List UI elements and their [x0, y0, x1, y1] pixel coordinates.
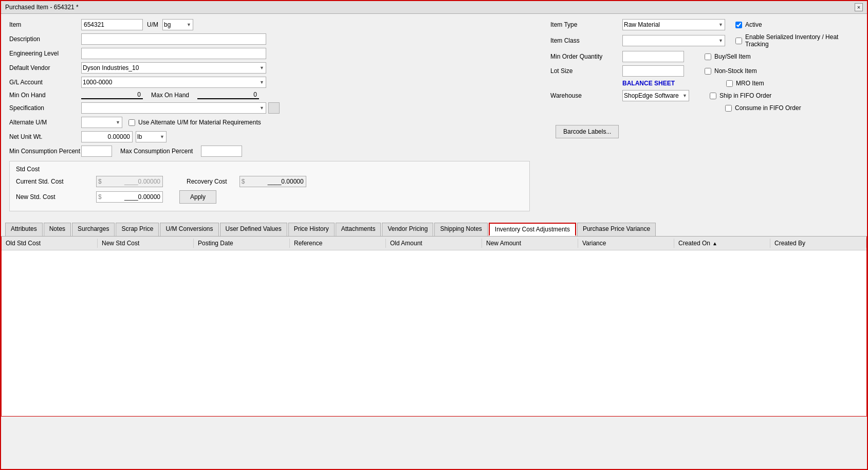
consume-fifo-checkbox[interactable] — [725, 105, 732, 112]
item-class-select-wrapper — [622, 35, 725, 46]
tab-inventory-cost[interactable]: Inventory Cost Adjustments — [489, 223, 576, 236]
balance-sheet-row: BALANCE SHEET MRO Item — [550, 80, 859, 87]
um-select[interactable]: bg — [162, 19, 193, 30]
current-std-cost-input[interactable] — [96, 176, 163, 187]
balance-sheet-label: BALANCE SHEET — [622, 80, 675, 87]
title-bar: Purchased Item - 654321 * × — [1, 1, 867, 14]
min-on-hand-label: Min On Hand — [9, 92, 81, 99]
tab-user-defined[interactable]: User Defined Values — [220, 223, 287, 236]
gl-select[interactable]: 1000-0000 — [81, 77, 266, 88]
engineering-row: Engineering Level — [9, 48, 530, 59]
recovery-cost-wrapper: $ — [239, 176, 306, 187]
recovery-cost-input[interactable] — [239, 176, 306, 187]
enable-serialized-checkbox[interactable] — [735, 38, 742, 44]
tab-content-area: Old Std Cost New Std Cost Posting Date R… — [1, 237, 867, 417]
tab-notes[interactable]: Notes — [44, 223, 71, 236]
spec-select-wrapper — [81, 102, 266, 114]
min-max-row: Min On Hand Max On Hand — [9, 91, 530, 99]
spec-select[interactable] — [81, 102, 266, 114]
non-stock-label: Non-Stock Item — [705, 67, 757, 75]
tab-attachments[interactable]: Attachments — [336, 223, 381, 236]
tab-vendor-pricing[interactable]: Vendor Pricing — [382, 223, 433, 236]
spec-row: Specification — [9, 102, 530, 114]
tab-shipping-notes[interactable]: Shipping Notes — [434, 223, 487, 236]
left-column: Item U/M bg Description Engine — [9, 19, 530, 215]
vendor-label: Default Vendor — [9, 64, 81, 71]
vendor-select-wrapper: Dyson Industries_10 — [81, 62, 266, 74]
th-posting-date: Posting Date — [194, 239, 290, 248]
warehouse-label: Warehouse — [550, 92, 622, 99]
sort-icon: ▲ — [712, 241, 717, 246]
gl-select-wrapper: 1000-0000 — [81, 77, 266, 88]
warehouse-select[interactable]: ShopEdge Software — [622, 90, 689, 101]
net-wt-row: Net Unit Wt. lb — [9, 131, 530, 142]
recovery-cost-label: Recovery Cost — [187, 178, 227, 185]
description-input[interactable] — [81, 33, 266, 45]
non-stock-checkbox[interactable] — [705, 68, 711, 75]
description-row: Description — [9, 33, 530, 45]
form-area: Item U/M bg Description Engine — [1, 14, 867, 221]
item-type-label: Item Type — [550, 21, 622, 28]
item-class-select[interactable] — [622, 35, 725, 46]
tab-price-history[interactable]: Price History — [288, 223, 335, 236]
active-checkbox[interactable] — [735, 22, 742, 28]
max-consumption-label: Max Consumption Percent — [120, 148, 193, 155]
new-cost-row: New Std. Cost $ Apply — [16, 190, 523, 204]
tab-um-conversions[interactable]: U/M Conversions — [160, 223, 218, 236]
max-consumption-input[interactable] — [201, 146, 242, 157]
ship-fifo-text: Ship in FIFO Order — [719, 92, 771, 99]
item-type-select[interactable]: Raw Material — [622, 19, 725, 30]
tab-surcharges[interactable]: Surcharges — [72, 223, 115, 236]
mro-label: MRO Item — [726, 80, 764, 87]
use-alt-um-checkbox[interactable] — [128, 119, 135, 126]
th-reference: Reference — [290, 239, 386, 248]
th-new-amount: New Amount — [482, 239, 578, 248]
item-class-label: Item Class — [550, 37, 622, 44]
vendor-row: Default Vendor Dyson Industries_10 — [9, 62, 530, 74]
right-column: Item Type Raw Material Active Item Class — [550, 19, 859, 215]
net-wt-label: Net Unit Wt. — [9, 133, 81, 140]
barcode-button[interactable]: Barcode Labels... — [556, 125, 619, 138]
new-std-cost-input[interactable] — [96, 191, 163, 203]
engineering-input[interactable] — [81, 48, 266, 59]
new-cost-wrapper: $ — [96, 191, 163, 203]
enable-serialized-text: Enable Serialized Inventory / Heat Track… — [745, 33, 859, 48]
item-input[interactable] — [81, 19, 143, 30]
net-wt-um-select[interactable]: lb — [136, 131, 167, 142]
buy-sell-label: Buy/Sell Item — [705, 53, 751, 60]
close-button[interactable]: × — [855, 3, 863, 11]
item-class-row: Item Class Enable Serialized Inventory /… — [550, 33, 859, 48]
min-consumption-input[interactable] — [81, 146, 112, 157]
non-stock-text: Non-Stock Item — [714, 67, 757, 75]
spec-label: Specification — [9, 104, 81, 112]
enable-serialized-label: Enable Serialized Inventory / Heat Track… — [735, 33, 859, 48]
lot-size-row: Lot Size Non-Stock Item — [550, 65, 859, 77]
buy-sell-checkbox[interactable] — [705, 53, 711, 60]
alt-um-row: Alternate U/M Use Alternate U/M for Mate… — [9, 117, 530, 128]
spec-btn[interactable] — [268, 102, 280, 114]
std-cost-title: Std Cost — [16, 166, 523, 173]
tab-scrap-price[interactable]: Scrap Price — [116, 223, 159, 236]
min-order-input[interactable] — [622, 51, 684, 62]
active-checkbox-label: Active — [735, 21, 762, 28]
lot-size-input[interactable] — [622, 65, 684, 77]
max-on-hand-input[interactable] — [197, 91, 259, 99]
warehouse-row: Warehouse ShopEdge Software Ship in FIFO… — [550, 90, 859, 101]
item-row: Item U/M bg — [9, 19, 530, 30]
alt-um-select[interactable] — [81, 117, 122, 128]
min-consumption-label: Min Consumption Percent — [9, 148, 81, 155]
consume-fifo-row: Consume in FIFO Order — [550, 104, 859, 112]
tab-purchase-price[interactable]: Purchase Price Variance — [577, 223, 656, 236]
description-label: Description — [9, 35, 81, 43]
net-wt-input[interactable] — [81, 131, 133, 142]
engineering-label: Engineering Level — [9, 50, 81, 57]
vendor-select[interactable]: Dyson Industries_10 — [81, 62, 266, 74]
gl-row: G/L Account 1000-0000 — [9, 77, 530, 88]
ship-fifo-checkbox[interactable] — [710, 93, 716, 99]
mro-checkbox[interactable] — [726, 80, 733, 87]
min-on-hand-input[interactable] — [81, 91, 143, 99]
th-created-on: Created On ▲ — [674, 239, 770, 248]
tab-attributes[interactable]: Attributes — [5, 223, 43, 236]
th-created-by: Created By — [770, 239, 866, 248]
apply-button[interactable]: Apply — [179, 190, 216, 204]
